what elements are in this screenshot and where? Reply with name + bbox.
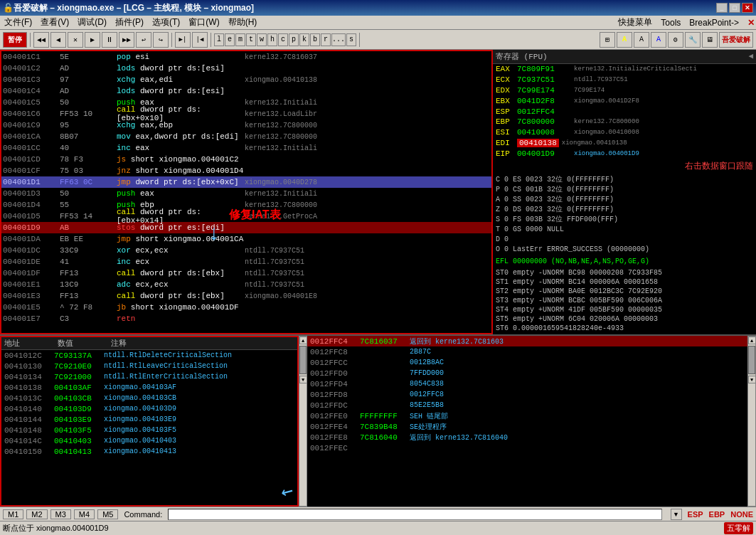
app-logo-btn[interactable]: 吾爱破解 [719,32,753,48]
data-scrollbar[interactable]: ▲ ▼ [299,336,307,507]
disasm-row[interactable]: 004001C5 50 push eax kerne132.Initiali [1,97,491,108]
stack-row[interactable]: 0012FFC8 2B87C [307,346,747,357]
disasm-row[interactable]: 004001CC 40 inc eax kerne132.Initiali [1,142,491,154]
data-row[interactable]: 00410150 00410413 xiongmao.00410413 [1,446,297,457]
data-row[interactable]: 0041012C 7C93137A ntdll.RtlDeleteCritica… [1,350,297,361]
letter-c[interactable]: c [278,33,288,46]
stack-row[interactable]: 0012FFEC [307,443,747,453]
disasm-row[interactable]: 004001C1 5E pop esi kernel32.7C816037 [1,51,491,63]
cmd-input[interactable] [168,509,661,520]
font-a3-icon[interactable]: A [651,32,666,48]
tab-m1[interactable]: M1 [3,509,23,519]
disasm-row[interactable]: 004001E3 FF13 call dword ptr ds:[ebx] xi… [1,290,491,302]
reg-esp-row[interactable]: ESP 0012FFC4 [493,106,756,117]
gear1-icon[interactable]: ⚙ [668,32,683,48]
stack-scroll-thumb[interactable] [748,346,755,374]
stack-scroll-down[interactable]: ▼ [748,376,756,383]
scroll-down-btn[interactable]: ▼ [299,376,307,383]
letter-b[interactable]: b [310,33,320,46]
font-a2-icon[interactable]: A [634,32,649,48]
disasm-row[interactable]: 004001C4 AD lods dword ptr ds:[esi] [1,85,491,97]
menu-shortcuts[interactable]: 快捷菜单 [615,16,655,29]
tab-m4[interactable]: M4 [74,509,95,519]
reg-edx-row[interactable]: EDX 7C99E174 7C99E174 [493,85,756,96]
ffwd-button[interactable]: ▶▶ [119,32,134,48]
nav-r-button[interactable]: |◀ [192,32,208,48]
step-in-button[interactable]: ↪ [153,32,169,48]
letter-w[interactable]: w [257,33,267,46]
disasm-row[interactable]: 004001DC 33C9 xor ecx,ecx ntdll.7C937C51 [1,245,491,256]
disasm-row[interactable]: 004001C9 95 xchg eax,ebp kerne132.7C8000… [1,120,491,131]
scroll-up-btn[interactable]: ▲ [299,337,307,344]
back-button[interactable]: ◀ [50,32,66,48]
data-row[interactable]: 0041014C 00410403 xiongmao.00410403 [1,435,297,446]
stack-scrollbar[interactable]: ▲ ▼ [747,336,756,507]
letter-p[interactable]: p [289,33,299,46]
menu-breakpoint[interactable]: BreakPoint-> [686,17,742,28]
data-row[interactable]: 00410140 004103D9 xiongmao.004103D9 [1,403,297,414]
disasm-row-selected[interactable]: 004001D1 FF63 0C jmp dword ptr ds:[ebx+0… [1,176,491,188]
scroll-thumb[interactable] [299,346,307,374]
disasm-row[interactable]: 004001C6 FF53 10 call dword ptr ds:[ebx+… [1,108,491,120]
data-row[interactable]: 0041013C 004103CB xiongmao.004103CB [1,393,297,403]
menu-options[interactable]: 选项(T) [149,16,183,29]
monitor-icon[interactable]: 🖥 [702,32,718,48]
menu-view[interactable]: 查看(V) [38,16,72,29]
data-row[interactable]: 00410130 7C9210E0 ntdll.RtlLeaveCritical… [1,361,297,371]
disasm-row[interactable]: 004001E5 ^ 72 F8 jb short xiongmao.00400… [1,302,491,313]
data-row[interactable]: 00410144 004103E9 xiongmao.004103E9 [1,414,297,425]
pause-button[interactable]: 暂停 [3,32,27,48]
disasm-row[interactable]: 004001E1 13C9 adc ecx,ecx ntdll.7C937C51 [1,279,491,290]
reg-esi-row[interactable]: ESI 00410008 xiongmao.00410008 [493,127,756,138]
menu-help[interactable]: 帮助(H) [225,16,260,29]
stack-row[interactable]: 0012FFE4 7C839B48 SE处理程序 [307,421,747,432]
reg-ecx-row[interactable]: ECX 7C937C51 ntdll.7C937C51 [493,75,756,85]
disasm-row[interactable]: 004001DF FF13 call dword ptr ds:[ebx] nt… [1,268,491,279]
font-a1-icon[interactable]: A [617,32,632,48]
menu-debug[interactable]: 调试(D) [75,16,110,29]
disasm-row[interactable]: 004001E7 C3 retn [1,313,491,324]
reg-ebp-row[interactable]: EBP 7C800000 kerne132.7C800000 [493,117,756,127]
step-out-button[interactable]: ↩ [136,32,151,48]
reg-ebx-row[interactable]: EBX 0041D2F8 xiongmao.0041D2F8 [493,95,756,106]
disasm-row[interactable]: 004001D3 50 push eax kerne132.Initiali [1,188,491,199]
menu-file[interactable]: 文件(F) [1,16,35,29]
pause2-button[interactable]: ⏸ [102,32,117,48]
data-row[interactable]: 00410148 004103F5 xiongmao.004103F5 [1,425,297,435]
disasm-row[interactable]: 004001DE 41 inc ecx ntdll.7C937C51 [1,256,491,268]
disasm-row[interactable]: 004001CD 78 F3 js short xiongmao.004001C… [1,154,491,165]
stack-row[interactable]: 0012FFD4 8054C838 [307,378,747,389]
stack-row-header[interactable]: 0012FFC4 7C816037 返回到 kerne132.7C81603 [307,336,747,346]
data-row[interactable]: 00410138 004103AF xiongmao.004103AF [1,382,297,393]
disasm-row-current[interactable]: 004001D9 AB stos dword ptr es:[edi] [1,222,491,233]
letter-l[interactable]: l [214,33,224,46]
tab-m5[interactable]: M5 [97,509,118,519]
close-icon-menu[interactable]: ✕ [747,18,755,28]
letter-t[interactable]: t [246,33,256,46]
letter-h[interactable]: h [267,33,277,46]
close-btn[interactable]: ✕ [742,3,753,13]
menu-plugin[interactable]: 插件(P) [112,16,147,29]
data-row[interactable]: 00410134 7C921000 ntdll.RtlEnterCritical… [1,371,297,382]
tab-m2[interactable]: M2 [26,509,47,519]
grid-icon[interactable]: ⊞ [600,32,615,48]
reg-eip-row[interactable]: EIP 004001D9 xiongmao.004001D9 [493,148,756,159]
letter-k[interactable]: k [299,33,309,46]
menu-tools[interactable]: Tools [658,17,683,28]
stack-row[interactable]: 0012FFE0 FFFFFFFF SEH 链尾部 [307,410,747,421]
play-button[interactable]: ▶ [85,32,100,48]
letter-e[interactable]: e [225,33,235,46]
stack-scroll-up[interactable]: ▲ [748,337,756,344]
disasm-row[interactable]: 004001C3 97 xchg eax,edi xiongmao.004101… [1,74,491,85]
disasm-row[interactable]: 004001CA 8B07 mov eax,dword ptr ds:[edi]… [1,131,491,142]
disasm-row[interactable]: 004001DA EB EE jmp short xiongmao.004001… [1,233,491,245]
tab-m3[interactable]: M3 [50,509,71,519]
disasm-row[interactable]: 004001CF 75 03 jnz short xiongmao.004001… [1,165,491,176]
nav-l-button[interactable]: ▶| [175,32,191,48]
stack-row[interactable]: 0012FFE8 7C816040 返回到 kerne132.7C816040 [307,432,747,443]
reg-eax-row[interactable]: EAX 7C809F91 kerne132.InitializeCritical… [493,64,756,75]
letter-dots[interactable]: ... [331,33,346,46]
maximize-btn[interactable]: □ [729,3,740,13]
rewind-button[interactable]: ◀◀ [33,32,49,48]
disasm-row[interactable]: 004001C2 AD lods dword ptr ds:[esi] [1,63,491,74]
